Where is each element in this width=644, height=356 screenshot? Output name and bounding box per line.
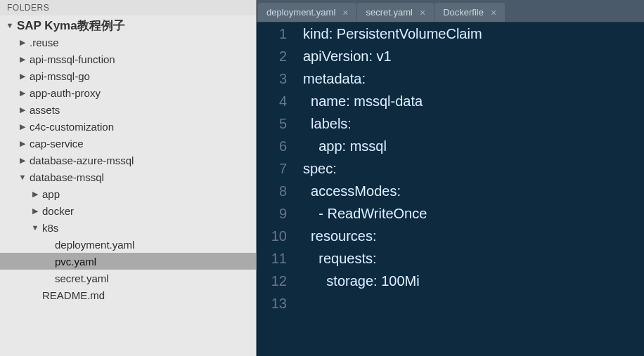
chevron-right-icon: ▶ xyxy=(18,55,27,64)
tree-item-label: docker xyxy=(42,205,74,217)
code-editor[interactable]: 12345678910111213 kind: PersistentVolume… xyxy=(257,22,644,356)
tree-item-label: c4c-customization xyxy=(30,121,114,133)
tab-dockerfile[interactable]: Dockerfile× xyxy=(434,3,505,22)
tree-item-app[interactable]: ▶app xyxy=(0,185,256,202)
chevron-right-icon: ▶ xyxy=(18,72,27,81)
tree-item-app-auth-proxy[interactable]: ▶app-auth-proxy xyxy=(0,84,256,101)
tree-item-label: pvc.yaml xyxy=(55,256,96,268)
line-gutter: 12345678910111213 xyxy=(257,22,297,356)
code-line[interactable]: app: mssql xyxy=(303,135,644,157)
tree-item-cap-service[interactable]: ▶cap-service xyxy=(0,135,256,152)
line-number: 8 xyxy=(257,180,287,202)
tree-item-label: app-auth-proxy xyxy=(30,87,101,99)
code-line[interactable]: storage: 100Mi xyxy=(303,270,644,292)
code-line[interactable]: spec: xyxy=(303,157,644,180)
code-line[interactable]: resources: xyxy=(303,225,644,247)
chevron-right-icon: ▶ xyxy=(31,190,39,199)
editor-area: deployment.yaml×secret.yaml×Dockerfile× … xyxy=(257,0,644,356)
chevron-down-icon: ▼ xyxy=(31,223,39,232)
tree-item-label: deployment.yaml xyxy=(55,239,134,251)
line-number: 11 xyxy=(257,247,287,270)
tree-item-readme-md[interactable]: ▶README.md xyxy=(0,286,256,303)
tree-item-label: README.md xyxy=(42,289,105,301)
code-line[interactable]: - ReadWriteOnce xyxy=(303,202,644,225)
tree-item-label: .reuse xyxy=(30,37,59,48)
code-line[interactable]: labels: xyxy=(303,112,644,135)
chevron-down-icon: ▼ xyxy=(6,21,14,29)
chevron-right-icon: ▶ xyxy=(18,156,27,165)
close-icon[interactable]: × xyxy=(491,7,496,18)
tab-label: deployment.yaml xyxy=(266,7,335,18)
tree-item-label: app xyxy=(42,188,60,200)
code-content[interactable]: kind: PersistentVolumeClaimapiVersion: v… xyxy=(297,22,644,356)
tree-item-label: cap-service xyxy=(30,138,84,150)
tree-item-database-mssql[interactable]: ▼database-mssql xyxy=(0,169,256,185)
tab-secret-yaml[interactable]: secret.yaml× xyxy=(357,3,434,22)
sidebar-header: FOLDERS xyxy=(0,0,256,15)
line-number: 6 xyxy=(257,135,287,157)
code-line[interactable]: accessModes: xyxy=(303,180,644,202)
chevron-right-icon: ▶ xyxy=(18,38,27,47)
line-number: 2 xyxy=(257,45,287,67)
tab-label: Dockerfile xyxy=(443,7,484,18)
tree-item-api-mssql-function[interactable]: ▶api-mssql-function xyxy=(0,51,256,67)
tree-item-api-mssql-go[interactable]: ▶api-mssql-go xyxy=(0,67,256,84)
tree-root[interactable]: ▼ SAP Kyma教程例子 xyxy=(0,17,256,34)
chevron-down-icon: ▼ xyxy=(18,173,27,181)
tree-item-label: api-mssql-function xyxy=(30,53,115,65)
tree-item-deployment-yaml[interactable]: ▶deployment.yaml xyxy=(0,236,256,253)
tree-item-pvc-yaml[interactable]: ▶pvc.yaml xyxy=(0,253,256,270)
chevron-right-icon: ▶ xyxy=(18,105,27,114)
tab-deployment-yaml[interactable]: deployment.yaml× xyxy=(258,3,356,22)
code-line[interactable]: requests: xyxy=(303,247,644,270)
tree-item--reuse[interactable]: ▶.reuse xyxy=(0,34,256,51)
line-number: 10 xyxy=(257,225,287,247)
line-number: 1 xyxy=(257,22,287,45)
tab-bar: deployment.yaml×secret.yaml×Dockerfile× xyxy=(257,0,644,22)
tree-item-label: database-mssql xyxy=(30,171,104,183)
close-icon[interactable]: × xyxy=(420,7,425,18)
code-line[interactable]: metadata: xyxy=(303,67,644,90)
chevron-right-icon: ▶ xyxy=(18,139,27,148)
tree-item-docker[interactable]: ▶docker xyxy=(0,202,256,219)
sidebar: FOLDERS ▼ SAP Kyma教程例子 ▶.reuse▶api-mssql… xyxy=(0,0,257,356)
tree-item-label: k8s xyxy=(42,222,58,234)
tree-item-assets[interactable]: ▶assets xyxy=(0,101,256,118)
tree-item-label: assets xyxy=(30,104,60,116)
close-icon[interactable]: × xyxy=(342,7,348,18)
code-line[interactable]: name: mssql-data xyxy=(303,90,644,112)
line-number: 9 xyxy=(257,202,287,225)
tree-item-k8s[interactable]: ▼k8s xyxy=(0,219,256,236)
tree-item-database-azure-mssql[interactable]: ▶database-azure-mssql xyxy=(0,152,256,169)
chevron-right-icon: ▶ xyxy=(18,122,27,131)
code-line[interactable]: apiVersion: v1 xyxy=(303,45,644,67)
tree-item-label: api-mssql-go xyxy=(30,70,90,82)
code-line[interactable] xyxy=(303,292,644,315)
folder-tree: ▼ SAP Kyma教程例子 ▶.reuse▶api-mssql-functio… xyxy=(0,15,256,356)
tree-item-secret-yaml[interactable]: ▶secret.yaml xyxy=(0,270,256,286)
line-number: 13 xyxy=(257,292,287,315)
line-number: 12 xyxy=(257,270,287,292)
tree-item-label: database-azure-mssql xyxy=(30,154,134,166)
chevron-right-icon: ▶ xyxy=(18,88,27,98)
chevron-right-icon: ▶ xyxy=(31,206,39,216)
tab-label: secret.yaml xyxy=(366,7,412,18)
tree-root-label: SAP Kyma教程例子 xyxy=(17,18,125,34)
line-number: 5 xyxy=(257,112,287,135)
line-number: 4 xyxy=(257,90,287,112)
line-number: 7 xyxy=(257,157,287,180)
tree-item-label: secret.yaml xyxy=(55,272,109,284)
line-number: 3 xyxy=(257,67,287,90)
tree-item-c4c-customization[interactable]: ▶c4c-customization xyxy=(0,118,256,135)
code-line[interactable]: kind: PersistentVolumeClaim xyxy=(303,22,644,45)
